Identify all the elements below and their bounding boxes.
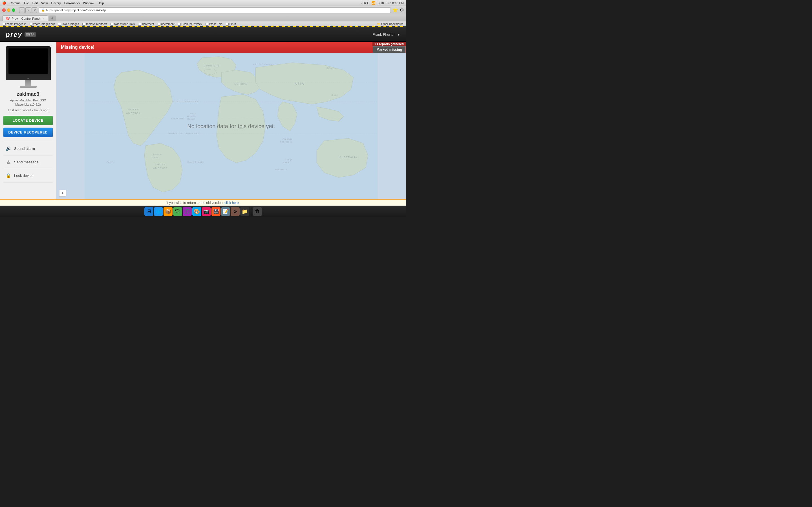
svg-text:North: North — [190, 112, 196, 115]
bookmark-hide-visited[interactable]: hide visited links — [109, 22, 136, 26]
monitor-base — [20, 86, 37, 88]
svg-text:Peninsula: Peninsula — [280, 140, 292, 143]
svg-text:Ocean: Ocean — [187, 118, 195, 120]
window-menu[interactable]: Window — [83, 1, 94, 5]
bookmark-label: Press This — [209, 22, 222, 25]
bookmark-linked-images[interactable]: linked images — [57, 22, 80, 26]
help-menu[interactable]: Help — [98, 1, 104, 5]
svg-text:Siberia: Siberia — [326, 67, 337, 69]
device-name: zakimac3 — [17, 91, 39, 97]
settings-gear[interactable]: ⚙ — [400, 7, 404, 13]
dock-app3[interactable]: 🎨 — [192, 207, 201, 216]
edit-menu[interactable]: Edit — [33, 1, 38, 5]
bookmark-label: zoom images in — [6, 22, 26, 25]
zoom-plus-button[interactable]: + — [59, 190, 66, 196]
beta-badge: BETA — [24, 33, 36, 37]
last-seen: Last seen: about 2 hours ago — [8, 108, 48, 112]
svg-text:Amazon: Amazon — [153, 153, 163, 156]
bookmark-label: hide visited links — [114, 22, 135, 25]
send-message-item[interactable]: ⚠ Send message — [3, 156, 53, 169]
device-recovered-button[interactable]: DEVICE RECOVERED — [3, 128, 53, 137]
bookmark-label: Scan for Privacy — [182, 22, 202, 25]
dock-finder[interactable]: 🖥 — [144, 207, 153, 216]
svg-text:AUSTRALIA: AUSTRALIA — [340, 156, 357, 159]
svg-text:EQUATOR: EQUATOR — [171, 118, 185, 120]
chrome-menu[interactable]: Chrome — [10, 1, 20, 5]
minimize-button[interactable] — [7, 8, 10, 12]
sound-icon: 🔊 — [6, 146, 11, 151]
sound-alarm-item[interactable]: 🔊 Sound alarm — [3, 142, 53, 156]
lock-device-item[interactable]: 🔒 Lock device — [3, 169, 53, 182]
notification-text: If you wish to return to the old version… — [166, 201, 223, 205]
dock-app6[interactable]: 📝 — [221, 207, 230, 216]
view-menu[interactable]: View — [41, 1, 48, 5]
dock-app2[interactable]: 🎵 — [183, 207, 192, 216]
bookmark-checkbox — [30, 23, 33, 25]
dock-trash[interactable]: 🗑 — [253, 207, 262, 216]
missing-banner: Missing device! 11 reports gathered Mark… — [56, 42, 406, 53]
bookmarks-bar: zoom images in zoom images out linked im… — [0, 21, 406, 27]
device-image-container — [6, 46, 51, 88]
user-name: Frank Fhurter — [372, 33, 395, 37]
dock-separator — [251, 208, 251, 216]
temp-indicator: √56°C — [361, 1, 369, 5]
tab-close-button[interactable]: ✕ — [42, 17, 44, 20]
maximize-button[interactable] — [12, 8, 15, 12]
bookmark-checkbox — [110, 23, 113, 25]
bookmark-other[interactable]: 📁 Other Bookmarks — [376, 22, 404, 26]
dock-app8[interactable]: 📁 — [240, 207, 249, 216]
dock-app1[interactable]: 🛡 — [173, 207, 182, 216]
bookmark-star[interactable]: ⭐ — [393, 7, 398, 13]
bookmarks-menu[interactable]: Bookmarks — [64, 1, 80, 5]
new-tab-button[interactable]: + — [49, 15, 56, 21]
bookmark-pin-it[interactable]: Pin It — [225, 22, 237, 26]
lock-icon: 🔒 — [42, 8, 45, 11]
monitor-button — [28, 78, 29, 79]
svg-text:Congo: Congo — [285, 158, 293, 161]
menu-bar[interactable]: 🍎 Chrome File Edit View History Bookmark… — [2, 1, 104, 5]
svg-text:EUROPE: EUROPE — [234, 82, 248, 86]
dock-appstore[interactable]: 📦 — [163, 207, 172, 216]
title-bar-right: √56°C 📶 8:10 Tue 8:10 PM — [361, 1, 404, 5]
active-tab[interactable]: 🎯 Prey – Control Panel ✕ — [2, 15, 48, 21]
dock-app4[interactable]: 📷 — [202, 207, 211, 216]
svg-text:AMERICA: AMERICA — [126, 112, 141, 115]
file-menu[interactable]: File — [24, 1, 29, 5]
bookmark-decrement[interactable]: decrement — [156, 22, 175, 26]
bookmark-zoom-out[interactable]: zoom images out — [29, 22, 56, 26]
bookmark-label: remove redirects — [86, 22, 107, 25]
device-info: Apple iMac/Mac Pro, OSX Mavericks (10.9.… — [3, 98, 53, 107]
bookmark-scan-privacy[interactable]: Scan for Privacy — [177, 22, 203, 26]
click-here-link[interactable]: click here — [224, 201, 239, 205]
bookmark-label: 📁 Other Bookmarks — [377, 22, 403, 25]
bookmark-zoom-in[interactable]: zoom images in — [2, 22, 28, 26]
nav-buttons[interactable]: ‹ › ↻ — [19, 7, 37, 13]
bookmark-checkbox — [58, 23, 61, 25]
svg-text:Greenland: Greenland — [204, 64, 220, 67]
bookmark-remove-redirects[interactable]: remove redirects — [81, 22, 108, 26]
user-dropdown-arrow[interactable]: ▼ — [397, 33, 400, 37]
traffic-lights[interactable] — [2, 8, 15, 12]
tab-bar: 🎯 Prey – Control Panel ✕ + — [0, 14, 406, 21]
bookmark-press-this[interactable]: Press This — [204, 22, 223, 26]
bookmark-increment[interactable]: increment — [137, 22, 155, 26]
dock-browser[interactable]: 🌐 — [154, 207, 163, 216]
back-button[interactable]: ‹ — [19, 7, 25, 13]
prey-logo: prey — [6, 31, 22, 39]
locate-device-button[interactable]: LOCATE DEVICE — [3, 116, 53, 125]
dock-app7[interactable]: ⚙ — [231, 207, 240, 216]
reload-button[interactable]: ↻ — [32, 7, 37, 13]
tab-favicon: 🎯 — [6, 17, 10, 20]
svg-text:Basin: Basin — [152, 156, 158, 159]
warning-icon: ⚠ — [6, 159, 11, 165]
address-bar[interactable]: 🔒 https://panel.preyproject.com/devices/… — [39, 7, 391, 13]
close-button[interactable] — [2, 8, 6, 12]
history-menu[interactable]: History — [51, 1, 61, 5]
apple-menu[interactable]: 🍎 — [2, 1, 6, 5]
missing-text: Missing device! — [61, 45, 94, 50]
lock-icon: 🔒 — [6, 173, 11, 178]
dock-app5[interactable]: 🎬 — [211, 207, 220, 216]
forward-button[interactable]: › — [26, 7, 31, 13]
bookmark-checkbox — [226, 23, 229, 25]
sound-alarm-label: Sound alarm — [14, 147, 35, 151]
